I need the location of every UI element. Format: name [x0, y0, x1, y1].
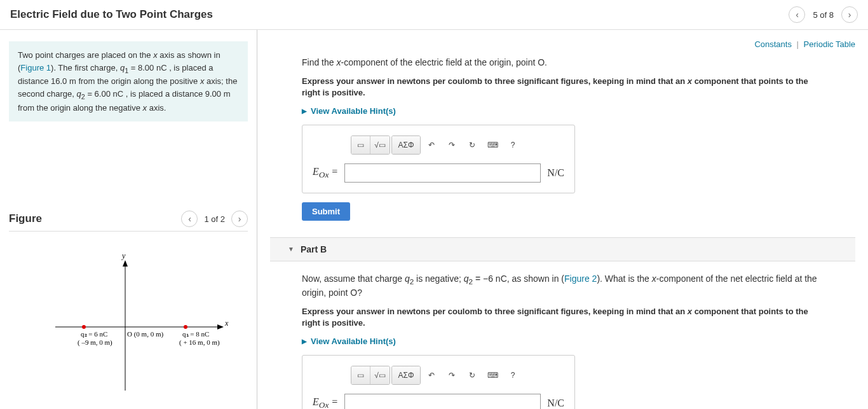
- svg-marker-3: [217, 324, 224, 329]
- help-button[interactable]: ?: [503, 366, 522, 384]
- greek-button[interactable]: ΑΣΦ: [392, 366, 420, 384]
- part-b-answer-label: EOx =: [313, 396, 338, 409]
- q1-label-bot: ( + 16 m, 0 m): [179, 338, 220, 347]
- part-a-hints-toggle[interactable]: View Available Hint(s): [302, 106, 824, 116]
- keyboard-button[interactable]: ⌨: [483, 136, 502, 154]
- sqrt-button[interactable]: √▭: [370, 136, 390, 154]
- top-links: Constants | Periodic Table: [270, 39, 855, 49]
- part-b-hints-toggle[interactable]: View Available Hint(s): [302, 336, 824, 346]
- figure-nav: ‹ 1 of 2 ›: [181, 211, 248, 227]
- part-b-instruction: Express your answer in newtons per coulo…: [302, 306, 824, 329]
- periodic-table-link[interactable]: Periodic Table: [804, 39, 855, 49]
- figure-next-button[interactable]: ›: [231, 211, 248, 227]
- help-button[interactable]: ?: [503, 136, 522, 154]
- part-b-question: Now, assume that charge q2 is negative; …: [302, 273, 824, 300]
- part-a-question: Find the x-component of the electric fie…: [302, 57, 824, 69]
- part-b-title: Part B: [301, 244, 327, 254]
- origin-label: O (0 m, 0 m): [127, 330, 163, 338]
- figure-position: 1 of 2: [204, 214, 225, 224]
- x-axis-label: x: [224, 319, 229, 328]
- part-a-answer-unit: N/C: [547, 167, 564, 179]
- sqrt-button[interactable]: √▭: [370, 366, 390, 384]
- part-a-answer-input[interactable]: [344, 163, 541, 183]
- page-header: Electric Field due to Two Point Charges …: [0, 0, 868, 30]
- part-b-answer-input[interactable]: [344, 394, 541, 409]
- reset-button[interactable]: ↻: [463, 136, 482, 154]
- svg-marker-1: [123, 260, 128, 267]
- part-a-instruction: Express your answer in newtons per coulo…: [302, 76, 824, 99]
- part-a-answer-label: EOx =: [313, 166, 338, 180]
- redo-button[interactable]: ↷: [442, 366, 461, 384]
- q1-label-top: q₁ = 8 nC: [182, 330, 209, 338]
- part-a-answer-box: ▭ √▭ ΑΣΦ ↶ ↷ ↻ ⌨ ? EOx = N/C: [302, 125, 575, 193]
- prev-button[interactable]: ‹: [789, 6, 805, 23]
- problem-statement: Two point charges are placed on the x ax…: [9, 41, 248, 121]
- reset-button[interactable]: ↻: [463, 366, 482, 384]
- y-axis-label: y: [121, 251, 126, 260]
- greek-button[interactable]: ΑΣΦ: [392, 136, 420, 154]
- q2-label-bot: ( –9 m, 0 m): [78, 338, 112, 347]
- q2-label-top: q₂ = 6 nC: [81, 330, 107, 338]
- undo-button[interactable]: ↶: [422, 366, 441, 384]
- figure-header: Figure ‹ 1 of 2 ›: [9, 211, 248, 232]
- svg-point-4: [82, 325, 86, 329]
- part-a-toolbar: ▭ √▭ ΑΣΦ ↶ ↷ ↻ ⌨ ?: [351, 135, 564, 155]
- part-a-submit-button[interactable]: Submit: [302, 202, 350, 221]
- figure-diagram: y x q₂ = 6 nC ( –9 m, 0 m) O (0 m, 0 m) …: [9, 232, 248, 403]
- page-nav: ‹ 5 of 8 ›: [789, 6, 858, 23]
- constants-link[interactable]: Constants: [754, 39, 792, 49]
- next-button[interactable]: ›: [841, 6, 858, 23]
- template-button[interactable]: ▭: [351, 366, 370, 384]
- template-button[interactable]: ▭: [351, 136, 370, 154]
- part-b-answer-unit: N/C: [547, 398, 564, 409]
- svg-point-5: [184, 325, 187, 329]
- part-b-header[interactable]: Part B: [270, 237, 855, 261]
- part-b-toolbar: ▭ √▭ ΑΣΦ ↶ ↷ ↻ ⌨ ?: [351, 366, 564, 385]
- undo-button[interactable]: ↶: [422, 136, 441, 154]
- keyboard-button[interactable]: ⌨: [483, 366, 502, 384]
- figure-prev-button[interactable]: ‹: [181, 211, 198, 227]
- page-title: Electric Field due to Two Point Charges: [10, 8, 213, 21]
- part-b-answer-box: ▭ √▭ ΑΣΦ ↶ ↷ ↻ ⌨ ? EOx = N/C: [302, 355, 575, 409]
- figure-title: Figure: [9, 212, 42, 225]
- page-position: 5 of 8: [813, 10, 834, 20]
- redo-button[interactable]: ↷: [442, 136, 461, 154]
